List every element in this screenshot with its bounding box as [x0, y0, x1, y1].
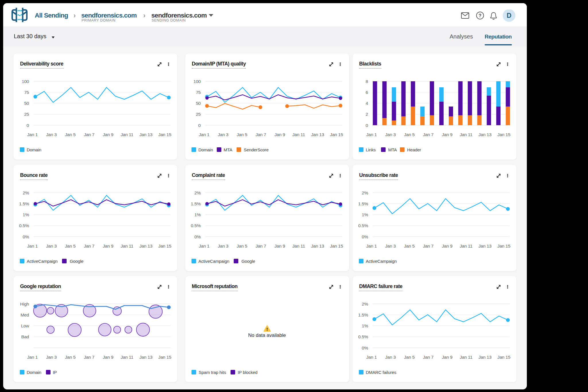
svg-text:0: 0 — [366, 123, 368, 128]
svg-text:Jan 3: Jan 3 — [385, 355, 396, 360]
svg-text:1.5%: 1.5% — [191, 201, 201, 206]
svg-text:D: D — [507, 12, 512, 19]
svg-text:1%: 1% — [362, 212, 368, 217]
svg-text:50: 50 — [24, 101, 29, 106]
svg-text:8: 8 — [366, 79, 368, 84]
svg-text:0%: 0% — [23, 234, 29, 239]
svg-text:Jan 9: Jan 9 — [103, 244, 113, 248]
svg-text:Jan 5: Jan 5 — [404, 132, 415, 137]
svg-text:Jan 15: Jan 15 — [330, 132, 343, 137]
svg-text:Jan 3: Jan 3 — [46, 355, 57, 360]
svg-text:High: High — [20, 302, 29, 306]
svg-text:Jan 7: Jan 7 — [256, 132, 266, 137]
svg-text:Jan 9: Jan 9 — [442, 355, 452, 360]
svg-text:Google: Google — [70, 259, 84, 264]
svg-text:Jan 11: Jan 11 — [460, 355, 472, 360]
svg-text:Low: Low — [21, 323, 29, 328]
svg-text:Jan 3: Jan 3 — [46, 244, 57, 248]
svg-text:MTA: MTA — [388, 147, 397, 152]
svg-text:0.5%: 0.5% — [191, 223, 201, 228]
svg-text:1.5%: 1.5% — [19, 201, 29, 206]
svg-text:0: 0 — [27, 123, 29, 128]
svg-text:Jan 9: Jan 9 — [442, 132, 452, 137]
svg-text:Jan 3: Jan 3 — [46, 132, 57, 137]
svg-text:Jan 9: Jan 9 — [274, 244, 285, 248]
svg-text:Jan 11: Jan 11 — [121, 132, 133, 137]
svg-text:25: 25 — [196, 112, 201, 117]
svg-text:Jan 7: Jan 7 — [84, 244, 94, 248]
svg-text:Jan 5: Jan 5 — [65, 244, 76, 248]
svg-text:25: 25 — [24, 112, 29, 117]
svg-text:Links: Links — [366, 147, 376, 152]
svg-text:ActiveCampaign: ActiveCampaign — [27, 259, 58, 264]
svg-text:Jan 9: Jan 9 — [103, 355, 113, 360]
svg-text:Jan 13: Jan 13 — [479, 244, 492, 248]
svg-text:Jan 9: Jan 9 — [442, 244, 452, 248]
svg-text:Jan 3: Jan 3 — [385, 132, 396, 137]
svg-text:Jan 15: Jan 15 — [158, 132, 171, 137]
svg-text:Jan 1: Jan 1 — [27, 132, 38, 137]
svg-text:DMARC failures: DMARC failures — [366, 370, 396, 375]
svg-text:Jan 9: Jan 9 — [274, 132, 285, 137]
svg-text:Jan 11: Jan 11 — [292, 244, 305, 248]
svg-text:IP: IP — [53, 370, 57, 375]
svg-text:Jan 5: Jan 5 — [65, 132, 76, 137]
svg-text:0.5%: 0.5% — [358, 334, 368, 339]
svg-text:Jan 1: Jan 1 — [199, 244, 210, 248]
svg-text:Jan 11: Jan 11 — [121, 244, 133, 248]
svg-text:Jan 15: Jan 15 — [158, 244, 171, 248]
svg-text:SenderScore: SenderScore — [244, 147, 268, 152]
svg-text:Jan 13: Jan 13 — [140, 244, 152, 248]
svg-text:2%: 2% — [362, 302, 368, 306]
svg-text:Domain: Domain — [27, 147, 41, 152]
svg-text:Domain: Domain — [198, 147, 213, 152]
svg-text:Jan 3: Jan 3 — [385, 244, 396, 248]
svg-text:Jan 15: Jan 15 — [497, 132, 510, 137]
svg-text:Jan 13: Jan 13 — [140, 355, 152, 360]
svg-text:Jan 7: Jan 7 — [84, 355, 94, 360]
svg-text:Jan 1: Jan 1 — [366, 132, 377, 137]
svg-text:Jan 13: Jan 13 — [311, 132, 324, 137]
svg-text:Bad: Bad — [21, 334, 29, 339]
svg-text:75: 75 — [24, 90, 29, 95]
svg-text:MTA: MTA — [224, 147, 232, 152]
svg-text:Jan 1: Jan 1 — [199, 132, 210, 137]
svg-text:Jan 15: Jan 15 — [158, 355, 171, 360]
svg-text:6: 6 — [366, 90, 368, 95]
svg-text:Header: Header — [407, 147, 421, 152]
svg-text:Jan 3: Jan 3 — [218, 132, 228, 137]
svg-text:Jan 7: Jan 7 — [423, 244, 434, 248]
svg-text:Jan 3: Jan 3 — [218, 244, 228, 248]
svg-text:Jan 13: Jan 13 — [311, 244, 324, 248]
svg-text:Jan 13: Jan 13 — [140, 132, 152, 137]
svg-text:2%: 2% — [23, 190, 29, 195]
svg-text:1%: 1% — [362, 323, 368, 328]
svg-text:100: 100 — [22, 79, 29, 84]
svg-text:Jan 5: Jan 5 — [65, 355, 76, 360]
svg-text:2%: 2% — [194, 190, 201, 195]
svg-text:Google: Google — [241, 259, 255, 264]
svg-text:Jan 15: Jan 15 — [497, 244, 510, 248]
svg-text:Jan 11: Jan 11 — [460, 132, 472, 137]
svg-text:Jan 11: Jan 11 — [292, 132, 305, 137]
svg-text:1.5%: 1.5% — [358, 201, 368, 206]
svg-text:1.5%: 1.5% — [358, 312, 368, 317]
svg-text:Domain: Domain — [27, 370, 41, 375]
svg-text:Jan 11: Jan 11 — [121, 355, 133, 360]
svg-text:0%: 0% — [362, 234, 368, 239]
svg-text:50: 50 — [196, 101, 201, 106]
svg-text:2%: 2% — [362, 190, 368, 195]
svg-text:ActiveCampaign: ActiveCampaign — [366, 259, 397, 264]
svg-text:2: 2 — [366, 112, 368, 117]
svg-text:75: 75 — [196, 90, 201, 95]
svg-text:Jan 7: Jan 7 — [256, 244, 266, 248]
svg-text:Jan 1: Jan 1 — [27, 355, 38, 360]
svg-text:100: 100 — [194, 79, 201, 84]
svg-text:Jan 15: Jan 15 — [330, 244, 343, 248]
svg-text:Med: Med — [20, 312, 29, 317]
svg-text:ActiveCampaign: ActiveCampaign — [198, 259, 229, 264]
svg-text:No data available: No data available — [248, 333, 286, 338]
svg-text:1%: 1% — [194, 212, 201, 217]
svg-text:Jan 7: Jan 7 — [423, 132, 434, 137]
svg-text:Jan 5: Jan 5 — [237, 244, 247, 248]
